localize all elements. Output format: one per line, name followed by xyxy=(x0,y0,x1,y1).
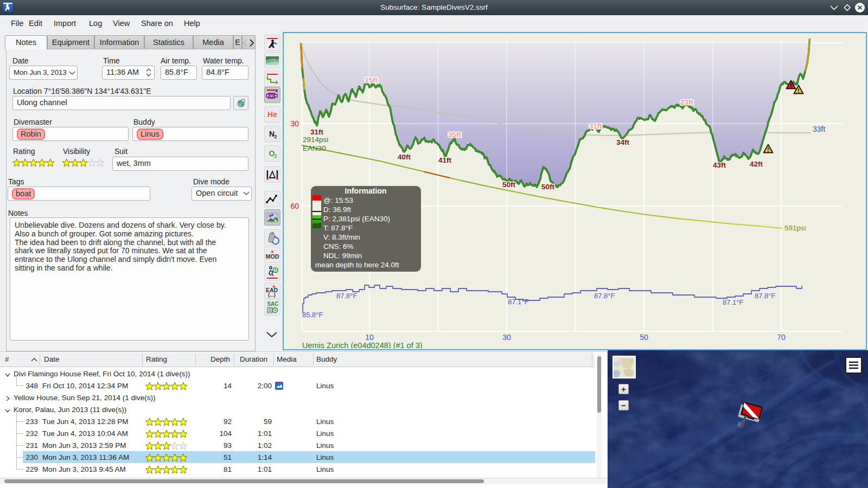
svg-text:P: 2,381psi (EAN30): P: 2,381psi (EAN30) xyxy=(323,215,390,223)
svg-text:87.8°F: 87.8°F xyxy=(594,292,615,300)
svg-text:42ft: 42ft xyxy=(750,160,763,168)
svg-text:He: He xyxy=(267,110,277,119)
svg-text:50ft: 50ft xyxy=(541,183,555,191)
svg-text:CNS: 6%: CNS: 6% xyxy=(323,242,354,251)
svg-text:591psi: 591psi xyxy=(784,224,806,232)
svg-text:!: ! xyxy=(790,83,792,89)
svg-text:50: 50 xyxy=(640,333,648,342)
svg-text:40ft: 40ft xyxy=(398,153,411,161)
svg-text:NDL: 99min: NDL: 99min xyxy=(323,252,362,260)
svg-text:87.1°F: 87.1°F xyxy=(723,298,744,306)
svg-text:SAC: SAC xyxy=(267,301,278,307)
svg-text:15ft: 15ft xyxy=(365,76,378,84)
svg-text:23ft: 23ft xyxy=(680,98,694,106)
svg-text:D: 36.9ft: D: 36.9ft xyxy=(323,206,351,214)
svg-text:@: 15:53: @: 15:53 xyxy=(323,196,353,204)
svg-text:35ft: 35ft xyxy=(448,131,462,139)
svg-text:10: 10 xyxy=(365,333,374,342)
svg-text:2: 2 xyxy=(274,134,277,139)
svg-text:30: 30 xyxy=(290,119,299,128)
svg-text:85.8°F: 85.8°F xyxy=(302,311,323,319)
svg-text:43ft: 43ft xyxy=(713,161,726,169)
svg-text:EAN30: EAN30 xyxy=(303,144,326,152)
svg-text:87.8°F: 87.8°F xyxy=(755,292,776,300)
svg-text:!: ! xyxy=(797,88,799,94)
svg-text:Information: Information xyxy=(345,187,387,195)
svg-text:2914psi: 2914psi xyxy=(303,136,328,144)
svg-text:Uemis Zurich (e04d0248) (#1 of: Uemis Zurich (e04d0248) (#1 of 3) xyxy=(302,341,423,349)
svg-text:31ft: 31ft xyxy=(310,128,324,136)
svg-text:87.8°F: 87.8°F xyxy=(336,292,358,300)
svg-text:mean depth to here 24.0ft: mean depth to here 24.0ft xyxy=(315,261,399,269)
svg-text:31ft: 31ft xyxy=(589,122,603,130)
svg-text:41ft: 41ft xyxy=(438,156,452,164)
svg-text:30: 30 xyxy=(502,333,511,342)
svg-text:T: 87.8°F: T: 87.8°F xyxy=(323,224,353,232)
svg-text:(...): (...) xyxy=(268,292,276,298)
svg-text:60: 60 xyxy=(290,202,299,210)
svg-text:!: ! xyxy=(767,147,769,153)
svg-text:2: 2 xyxy=(274,153,277,159)
svg-text:87.1°F: 87.1°F xyxy=(508,298,529,306)
svg-text:MOD: MOD xyxy=(266,253,279,260)
svg-text:34ft: 34ft xyxy=(616,138,630,146)
svg-text:50ft: 50ft xyxy=(502,181,516,189)
svg-text:70: 70 xyxy=(777,333,786,342)
svg-text:V: 8.3ft/min: V: 8.3ft/min xyxy=(323,233,360,241)
svg-text:33ft: 33ft xyxy=(813,125,825,133)
